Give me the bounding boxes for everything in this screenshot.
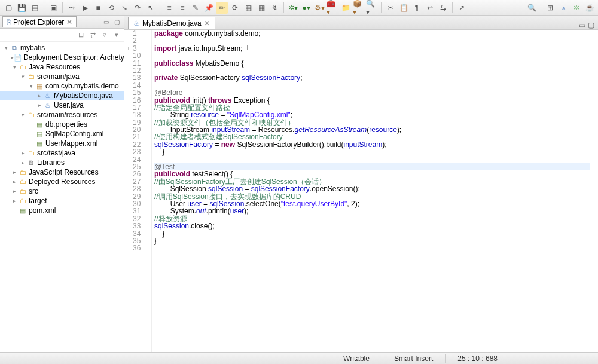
twisty-icon[interactable]: ▸ [36, 102, 43, 108]
tb-search2-icon[interactable]: 🔍▾ [366, 2, 378, 14]
tb-align2-icon[interactable]: ≡ [176, 2, 188, 14]
tb-stop-icon[interactable]: ■ [92, 2, 104, 14]
line-number[interactable]: 15 [133, 89, 148, 96]
tb-search-icon[interactable]: 🔍 [526, 2, 538, 14]
twisty-icon[interactable]: ▾ [19, 74, 26, 79]
tree-item-src-test-java[interactable]: ▸🗀src/test/java [0, 148, 124, 158]
code-line[interactable] [154, 244, 590, 252]
code-line[interactable] [154, 37, 590, 44]
line-number[interactable]: 18 [133, 111, 148, 118]
collapse-all-icon[interactable]: ⊟ [76, 30, 86, 40]
code-line[interactable]: public void testSelect() { [154, 170, 590, 178]
tb-debugmenu-icon[interactable]: ✲▾ [287, 2, 299, 14]
tb-arrow-icon[interactable]: ↯ [269, 2, 280, 14]
code-line[interactable]: } [154, 230, 590, 237]
twisty-icon[interactable]: ▾ [28, 83, 35, 89]
tree-item-file-user[interactable]: ▸♨User.java [0, 100, 124, 110]
tb-persp-ee-icon[interactable]: ☕ [584, 2, 596, 14]
twisty-icon[interactable]: ▸ [11, 198, 18, 204]
twisty-icon[interactable]: ▸ [11, 179, 18, 185]
tree-item-deployment-descriptor[interactable]: ▸📄Deployment Descriptor: Archetype Creat… [0, 53, 124, 62]
code-line[interactable]: System.out.println(user); [154, 207, 590, 215]
link-editor-icon[interactable]: ⇄ [88, 30, 97, 40]
tb-task-icon[interactable]: ⇆ [437, 2, 449, 14]
tree-item-deployed-resources[interactable]: ▸🗀Deployed Resources [0, 177, 124, 186]
tb-runext-icon[interactable]: ⚙▾ [313, 2, 325, 14]
code-line[interactable]: } [154, 148, 590, 155]
tb-runlast-icon[interactable]: ▶ [79, 2, 91, 14]
tb-opentask-icon[interactable]: ↗ [456, 2, 468, 14]
tb-pen-icon[interactable]: ✏ [216, 2, 228, 14]
tree-item-project-root[interactable]: ▾⧉mybatis [0, 43, 124, 53]
tree-item-js-resources[interactable]: ▸🗀JavaScript Resources [0, 167, 124, 177]
tree-item-file-dbprops[interactable]: ▤db.properties [0, 120, 124, 129]
maximize-icon[interactable]: ▢ [588, 21, 594, 29]
line-number[interactable]: 23 [133, 148, 148, 155]
code-line[interactable]: //释放资源 [154, 215, 590, 222]
line-number[interactable]: 2 [133, 37, 148, 44]
tree-item-package[interactable]: ▾▦com.cyb.mybatis.demo [0, 81, 124, 91]
tree-item-file-pom[interactable]: ▤pom.xml [0, 206, 124, 215]
tb-persp-java-icon[interactable]: ⟁ [557, 2, 569, 14]
project-tree[interactable]: ▾⧉mybatis▸📄Deployment Descriptor: Archet… [0, 42, 124, 352]
project-explorer-tab[interactable]: ⎘ Project Explorer ✕ [2, 16, 77, 27]
line-number[interactable]: 33 [133, 222, 148, 230]
fold-marker[interactable]: - [124, 89, 133, 96]
code-line[interactable]: public class MybatisDemo { [154, 60, 590, 67]
view-menu-icon[interactable]: ▾ [112, 30, 121, 40]
tree-item-src-main-java[interactable]: ▾🗀src/main/java [0, 72, 124, 81]
twisty-icon[interactable]: ▸ [36, 93, 43, 99]
code-line[interactable]: package com.cyb.mybatis.demo; [154, 30, 590, 37]
tb-sync-icon[interactable]: ⟳ [229, 2, 241, 14]
code-line[interactable] [154, 156, 590, 163]
filter-icon[interactable]: ▿ [100, 30, 109, 40]
code-line[interactable]: @Before [154, 89, 590, 96]
code-line[interactable] [154, 52, 590, 59]
twisty-icon[interactable]: ▾ [11, 64, 18, 70]
tree-item-libraries[interactable]: ▸🗎Libraries [0, 158, 124, 167]
twisty-icon[interactable]: ▸ [11, 188, 18, 194]
maximize-icon[interactable]: ▢ [112, 17, 121, 27]
tb-url-icon[interactable]: ↩ [424, 2, 436, 14]
twisty-icon[interactable]: ▸ [19, 160, 26, 166]
code-line[interactable]: } [154, 237, 590, 244]
close-icon[interactable]: ✕ [66, 18, 72, 26]
tb-debug1-icon[interactable]: ⟲ [105, 2, 117, 14]
tb-save-icon[interactable]: 💾 [16, 2, 28, 14]
line-number[interactable]: 13 [133, 74, 148, 81]
tb-folder-icon[interactable]: ▣ [47, 2, 59, 14]
tree-item-file-usermapper[interactable]: ▤UserMapper.xml [0, 139, 124, 148]
tb-step-icon[interactable]: ↘ [118, 2, 130, 14]
editor-body[interactable]: +-- 123101112131415161718192021222324252… [124, 30, 598, 352]
tb-paste-icon[interactable]: 📋 [398, 2, 410, 14]
tb-persp-debug-icon[interactable]: ✲ [570, 2, 582, 14]
tree-item-src-folder[interactable]: ▸🗀src [0, 186, 124, 196]
tb-tools-icon[interactable]: 🧰▾ [327, 2, 338, 14]
overview-ruler[interactable] [590, 30, 598, 352]
tb-stepret-icon[interactable]: ↖ [145, 2, 157, 14]
line-number[interactable]: 28 [133, 185, 148, 192]
twisty-icon[interactable]: ▸ [19, 150, 26, 156]
tree-item-src-main-resources[interactable]: ▾🗀src/main/resources [0, 110, 124, 120]
code-line[interactable] [154, 82, 590, 89]
twisty-icon[interactable]: ▸ [11, 169, 18, 175]
code-line[interactable]: //使用构建者模式创建SqlSessionFactory [154, 133, 590, 140]
line-number[interactable]: 10 [133, 52, 148, 59]
fold-marker[interactable]: - [124, 163, 133, 170]
editor-tab-mybatisdemo[interactable]: ♨ MybatisDemo.java ✕ [128, 17, 215, 29]
tb-tag-icon[interactable]: ✎ [190, 2, 202, 14]
tb-cut-icon[interactable]: ✂ [385, 2, 396, 14]
line-number[interactable]: 36 [133, 244, 148, 252]
tb-newpkg-icon[interactable]: 📦▾ [353, 2, 365, 14]
line-number[interactable]: 21 [133, 133, 148, 140]
tb-runmenu-icon[interactable]: ●▾ [300, 2, 312, 14]
tb-box2-icon[interactable]: ▦ [255, 2, 267, 14]
line-number[interactable]: 26 [133, 170, 148, 178]
tb-pin-icon[interactable]: 📌 [203, 2, 215, 14]
tb-wrap-icon[interactable]: ¶ [411, 2, 423, 14]
tb-box1-icon[interactable]: ▦ [242, 2, 254, 14]
code-line[interactable]: import java.io.InputStream; [154, 45, 590, 52]
tb-profile-icon[interactable]: 📁 [340, 2, 352, 14]
tb-new-icon[interactable]: ▢ [2, 2, 14, 14]
close-icon[interactable]: ✕ [204, 19, 210, 27]
